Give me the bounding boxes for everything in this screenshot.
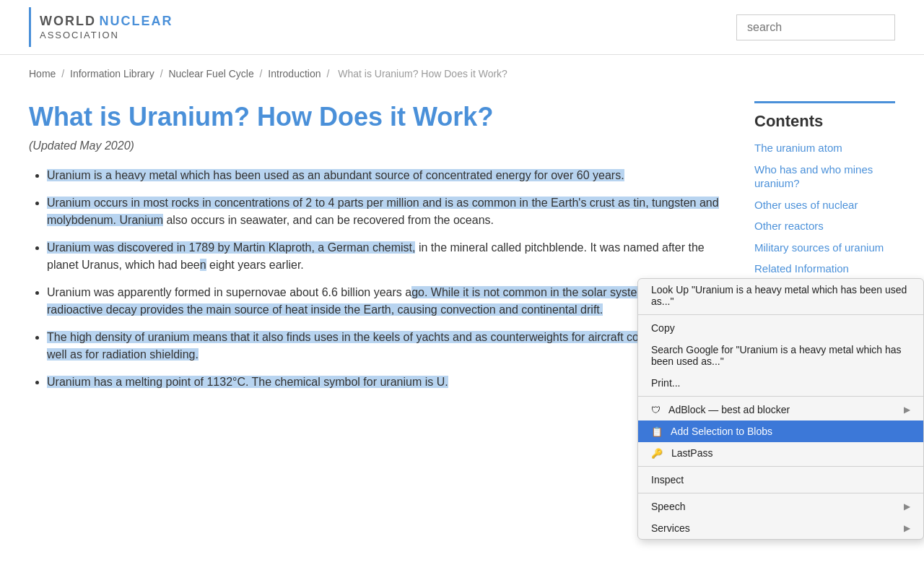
bullet-text-4b: go. While it is not common in the solar … [47,286,723,316]
page-title: What is Uranium? How Does it Work? [29,101,733,132]
logo-nuclear: NUCLEAR [99,14,173,28]
ctx-sep-2 [638,396,923,397]
sidebar-link-other-reactors[interactable]: Other reactors [754,219,895,233]
bullet-list: Uranium is a heavy metal which has been … [29,167,733,391]
list-item: Uranium occurs in most rocks in concentr… [47,194,733,229]
list-item: Uranium is a heavy metal which has been … [47,167,733,184]
breadcrumb-current: What is Uranium? How Does it Work? [338,68,507,79]
updated-date: (Updated May 2020) [29,139,733,152]
sidebar-link-related[interactable]: Related Information [754,262,895,276]
sidebar-link-uranium-atom[interactable]: The uranium atom [754,141,895,155]
ctx-adblock-arrow: ▶ [904,405,910,405]
sidebar-link-military[interactable]: Military sources of uranium [754,241,895,255]
bullet-text-6: Uranium has a melting point of 1132°C. T… [47,376,448,388]
logo-world: WORLD [40,14,96,28]
sidebar-link-other-uses[interactable]: Other uses of nuclear [754,198,895,212]
bullet-text-1: Uranium is a heavy metal which has been … [47,169,624,181]
header: WORLD NUCLEAR ASSOCIATION [0,0,924,55]
logo-association: ASSOCIATION [40,30,173,41]
contents-title: Contents [754,112,895,131]
list-item: Uranium was discovered in 1789 by Martin… [47,239,733,274]
sidebar-link-who-has[interactable]: Who has and who mines uranium? [754,163,895,191]
logo-bar [29,7,31,47]
breadcrumb-sep-2: / [160,68,166,79]
context-menu: Look Up "Uranium is a heavy metal which … [637,278,924,405]
search-input[interactable] [736,14,895,40]
breadcrumb: Home / Information Library / Nuclear Fue… [0,55,924,87]
breadcrumb-nuclear-fuel[interactable]: Nuclear Fuel Cycle [168,68,253,79]
list-item: The high density of uranium means that i… [47,329,733,363]
breadcrumb-home[interactable]: Home [29,68,56,79]
sidebar-border [754,101,895,103]
adblock-icon: 🛡 [651,405,661,405]
ctx-print[interactable]: Print... [638,372,923,394]
ctx-adblock[interactable]: 🛡 AdBlock — best ad blocker ▶ [638,399,923,405]
list-item: Uranium has a melting point of 1132°C. T… [47,374,733,391]
ctx-lookup[interactable]: Look Up "Uranium is a heavy metal which … [638,279,923,312]
bullet-text-5: The high density of uranium means that i… [47,331,727,361]
breadcrumb-sep-1: / [61,68,67,79]
breadcrumb-sep-4: / [326,68,332,79]
breadcrumb-sep-3: / [260,68,266,79]
bullet-text-3: Uranium was discovered in 1789 by Martin… [47,241,415,254]
ctx-copy[interactable]: Copy [638,317,923,339]
breadcrumb-introduction[interactable]: Introduction [268,68,321,79]
logo-text: WORLD NUCLEAR ASSOCIATION [40,14,173,40]
ctx-search-google[interactable]: Search Google for "Uranium is a heavy me… [638,339,923,372]
list-item: Uranium was apparently formed in superno… [47,284,733,319]
breadcrumb-info-library[interactable]: Information Library [70,68,154,79]
logo: WORLD NUCLEAR ASSOCIATION [29,7,173,47]
bullet-text-3b: n [200,259,206,271]
bullet-text-2: Uranium occurs in most rocks in concentr… [47,197,719,226]
ctx-sep-1 [638,314,923,315]
